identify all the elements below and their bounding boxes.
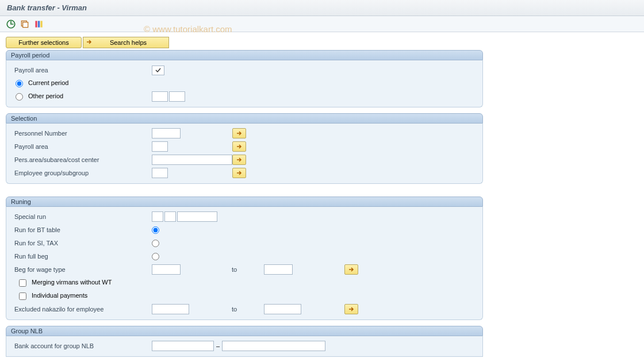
current-period-option[interactable]: Current period — [11, 79, 68, 87]
payroll-period-body: Payroll area Current period Other period — [6, 60, 483, 107]
run-si-label: Run for SI, TAX — [11, 240, 152, 247]
beg-wage-label: Beg for wage type — [11, 266, 152, 273]
individual-payments-option[interactable]: Individual payments — [11, 292, 87, 300]
selection-header: Selection — [6, 113, 483, 124]
bank-account-input2[interactable] — [222, 341, 325, 351]
other-period-option[interactable]: Other period — [11, 93, 152, 101]
beg-wage-multi-button[interactable] — [344, 264, 358, 275]
selection-body: Personnel Number Payroll area Pers.area/… — [6, 124, 483, 184]
employee-group-label: Employee group/subgroup — [11, 170, 152, 176]
app-header: Bank transfer - Virman — [0, 0, 644, 16]
dash-separator: – — [216, 342, 220, 349]
payroll-area-label: Payroll area — [11, 67, 152, 74]
variant-get-icon[interactable] — [20, 19, 30, 29]
personnel-number-label: Personnel Number — [11, 130, 152, 137]
merge-virmans-checkbox[interactable] — [19, 279, 26, 287]
payroll-area-multi-button[interactable] — [232, 141, 246, 152]
pers-area-multi-button[interactable] — [232, 155, 246, 165]
dynamic-selections-icon[interactable] — [33, 19, 44, 29]
run-bt-label: Run for BT table — [11, 226, 152, 233]
pers-area-label: Pers.area/subarea/cost center — [11, 156, 152, 163]
personnel-number-input[interactable] — [152, 128, 181, 138]
group-nlb-panel: Group NLB Bank account for group NLB – — [6, 326, 483, 357]
running-body: Special run Run for BT table Run for SI,… — [6, 207, 483, 320]
excluded-to-input[interactable] — [264, 304, 301, 314]
special-run-input1[interactable] — [152, 211, 163, 222]
further-selections-label: Further selections — [18, 39, 68, 46]
individual-payments-label: Individual payments — [32, 292, 87, 299]
search-helps-label: Search helps — [95, 39, 162, 46]
selection-panel: Selection Personnel Number Payroll area … — [6, 113, 483, 184]
running-header: Runing — [6, 197, 483, 207]
special-run-label: Special run — [11, 213, 152, 220]
content-area: Further selections Search helps Payroll … — [0, 32, 489, 358]
payroll-period-panel: Payroll period Payroll area Current peri… — [6, 50, 483, 107]
run-full-radio[interactable] — [152, 253, 159, 260]
execute-icon[interactable] — [6, 19, 16, 29]
svg-rect-3 — [35, 21, 37, 27]
payroll-area-sel-label: Payroll area — [11, 143, 152, 150]
employee-group-input[interactable] — [152, 168, 168, 178]
other-period-radio[interactable] — [16, 93, 23, 101]
running-panel: Runing Special run Run for BT table Run … — [6, 197, 483, 320]
merge-virmans-option[interactable]: Merging virmans without WT — [11, 279, 112, 287]
run-si-radio[interactable] — [152, 240, 159, 247]
individual-payments-checkbox[interactable] — [19, 292, 26, 300]
excluded-multi-button[interactable] — [344, 304, 358, 314]
to-label-1: to — [229, 266, 264, 273]
app-toolbar — [0, 16, 644, 32]
special-run-input3[interactable] — [177, 211, 217, 222]
excluded-from-input[interactable] — [152, 304, 189, 314]
page-title: Bank transfer - Virman — [7, 3, 87, 12]
top-button-row: Further selections Search helps — [6, 37, 483, 48]
svg-rect-5 — [40, 21, 42, 27]
beg-wage-to-input[interactable] — [264, 264, 293, 275]
group-nlb-body: Bank account for group NLB – — [6, 336, 483, 357]
pers-area-input[interactable] — [152, 155, 232, 165]
payroll-area-sel-input[interactable] — [152, 141, 168, 152]
arrow-right-icon — [86, 39, 93, 47]
to-label-2: to — [229, 306, 264, 313]
personnel-number-multi-button[interactable] — [232, 128, 246, 138]
employee-group-multi-button[interactable] — [232, 168, 246, 178]
payroll-area-check[interactable] — [152, 66, 164, 75]
svg-rect-4 — [38, 21, 40, 27]
svg-rect-2 — [23, 22, 28, 27]
bank-account-input1[interactable] — [152, 341, 214, 351]
beg-wage-from-input[interactable] — [152, 264, 181, 275]
special-run-input2[interactable] — [164, 211, 176, 222]
further-selections-button[interactable]: Further selections — [6, 37, 82, 48]
search-helps-button[interactable]: Search helps — [83, 37, 169, 48]
group-nlb-header: Group NLB — [6, 326, 483, 336]
other-period-input2[interactable] — [169, 91, 185, 102]
current-period-label: Current period — [28, 79, 68, 86]
bank-account-label: Bank account for group NLB — [11, 342, 152, 349]
excluded-nakazilo-label: Excluded nakazilo for employee — [11, 306, 152, 313]
other-period-label: Other period — [28, 93, 63, 99]
run-full-label: Run full beg — [11, 253, 152, 260]
other-period-input1[interactable] — [152, 91, 168, 102]
payroll-period-header: Payroll period — [6, 50, 483, 60]
run-bt-radio[interactable] — [152, 226, 159, 234]
current-period-radio[interactable] — [16, 80, 23, 87]
merge-virmans-label: Merging virmans without WT — [32, 279, 112, 286]
